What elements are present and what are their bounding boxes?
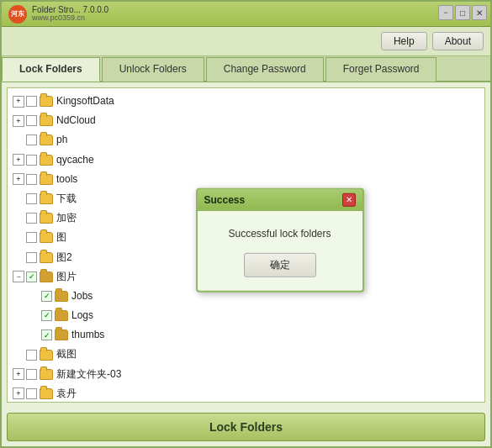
main-content-area: +KingsoftData+NdCloudph+qycache+tools下载加… xyxy=(2,82,490,408)
main-window: 河东 Folder Stro... 7.0.0.0 www.pc0359.cn … xyxy=(0,0,492,448)
dialog-title-bar: Success ✕ xyxy=(198,189,362,210)
app-logo: 河东 xyxy=(8,5,27,24)
about-button[interactable]: About xyxy=(432,32,484,50)
header-buttons-bar: Help About xyxy=(2,27,490,56)
dialog-close-button[interactable]: ✕ xyxy=(342,192,356,206)
window-controls: － □ ✕ xyxy=(438,5,487,20)
success-dialog: Success ✕ Successful lock folders 确定 xyxy=(196,187,364,292)
tab-forget-password[interactable]: Forget Password xyxy=(325,57,437,82)
close-button[interactable]: ✕ xyxy=(472,5,487,20)
bottom-bar: Lock Folders xyxy=(2,408,490,446)
dialog-message: Successful lock folders xyxy=(228,227,331,239)
dialog-body: Successful lock folders 确定 xyxy=(198,210,362,290)
dialog-ok-button[interactable]: 确定 xyxy=(244,252,316,277)
help-button[interactable]: Help xyxy=(381,32,427,50)
tab-lock-folders[interactable]: Lock Folders xyxy=(2,57,100,82)
title-text-area: Folder Stro... 7.0.0.0 www.pc0359.cn xyxy=(32,6,108,22)
tab-unlock-folders[interactable]: Unlock Folders xyxy=(102,57,204,82)
minimize-button[interactable]: － xyxy=(438,5,453,20)
maximize-button[interactable]: □ xyxy=(455,5,470,20)
title-bar: 河东 Folder Stro... 7.0.0.0 www.pc0359.cn … xyxy=(2,2,490,27)
dialog-overlay: Success ✕ Successful lock folders 确定 xyxy=(2,82,490,408)
lock-folders-button[interactable]: Lock Folders xyxy=(7,413,485,441)
dialog-title: Success xyxy=(204,193,246,205)
window-subtitle: www.pc0359.cn xyxy=(32,14,108,22)
tab-change-password[interactable]: Change Password xyxy=(206,57,324,82)
tab-bar: Lock Folders Unlock Folders Change Passw… xyxy=(2,56,490,82)
